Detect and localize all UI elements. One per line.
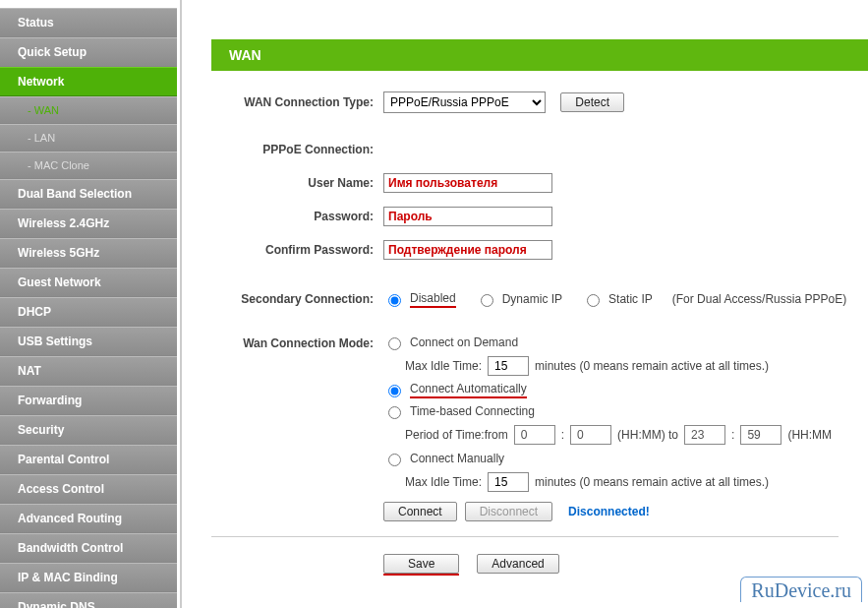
text-idle-unit-2: minutes (0 means remain active at all ti… [535, 475, 769, 489]
radio-mode-manual[interactable] [388, 454, 401, 466]
sidebar-item-dynamic-dns[interactable]: Dynamic DNS [0, 592, 177, 608]
divider [211, 536, 839, 537]
label-period: Period of Time:from [405, 428, 508, 442]
save-button[interactable]: Save [383, 554, 459, 574]
sidebar-item-ip-mac-binding[interactable]: IP & MAC Binding [0, 563, 177, 592]
text-sec-note: (For Dual Access/Russia PPPoE) [672, 292, 846, 306]
confirm-password-input[interactable] [383, 240, 552, 260]
text-mode-auto: Connect Automatically [410, 382, 527, 398]
text-mode-time: Time-based Connecting [410, 404, 535, 418]
sidebar-item-advanced-routing[interactable]: Advanced Routing [0, 504, 177, 533]
radio-mode-time[interactable] [388, 406, 401, 419]
label-confirm-password: Confirm Password: [211, 243, 383, 257]
period-h2-input[interactable] [684, 425, 725, 445]
watermark: RuDevice.ru [740, 577, 862, 602]
radio-sec-dynamic[interactable] [481, 294, 493, 307]
radio-mode-auto[interactable] [388, 385, 401, 397]
connect-button[interactable]: Connect [383, 502, 457, 521]
label-username: User Name: [211, 176, 383, 190]
radio-sec-static[interactable] [587, 294, 600, 307]
label-wan-conn-type: WAN Connection Type: [211, 95, 383, 109]
sidebar-item-mac-clone[interactable]: - MAC Clone [0, 152, 177, 179]
username-input[interactable] [383, 173, 552, 193]
label-secondary-conn: Secondary Connection: [211, 292, 383, 306]
sidebar-item-network[interactable]: Network [0, 67, 177, 96]
sidebar-item-dhcp[interactable]: DHCP [0, 297, 177, 327]
sidebar-item-usb-settings[interactable]: USB Settings [0, 327, 177, 356]
text-sec-dynamic: Dynamic IP [502, 292, 562, 306]
label-max-idle-1: Max Idle Time: [405, 359, 482, 373]
sidebar-item-bandwidth-control[interactable]: Bandwidth Control [0, 533, 177, 563]
label-wan-conn-mode: Wan Connection Mode: [211, 334, 383, 350]
main-panel: WAN WAN Connection Type: PPPoE/Russia PP… [182, 0, 868, 608]
advanced-button[interactable]: Advanced [477, 554, 558, 574]
text-idle-unit-1: minutes (0 means remain active at all ti… [535, 359, 769, 373]
sidebar: StatusQuick SetupNetwork- WAN- LAN- MAC … [0, 0, 177, 608]
label-max-idle-2: Max Idle Time: [405, 475, 482, 489]
text-sec-disabled: Disabled [410, 291, 456, 308]
sidebar-item-guest-network[interactable]: Guest Network [0, 268, 177, 297]
sidebar-item-security[interactable]: Security [0, 415, 177, 445]
sidebar-item-wireless-2-4ghz[interactable]: Wireless 2.4GHz [0, 209, 177, 238]
page-title: WAN [211, 39, 868, 71]
wan-type-select[interactable]: PPPoE/Russia PPPoE [383, 91, 546, 113]
detect-button[interactable]: Detect [560, 92, 624, 112]
sidebar-item-nat[interactable]: NAT [0, 356, 177, 386]
label-password: Password: [211, 210, 383, 223]
idle-time-2-input[interactable] [488, 472, 529, 492]
text-mode-demand: Connect on Demand [410, 335, 518, 349]
label-pppoe-conn: PPPoE Connection: [211, 143, 383, 156]
sidebar-item-lan[interactable]: - LAN [0, 124, 177, 152]
period-m1-input[interactable] [570, 425, 611, 445]
idle-time-1-input[interactable] [488, 356, 529, 376]
disconnect-button[interactable]: Disconnect [465, 502, 552, 521]
sidebar-item-access-control[interactable]: Access Control [0, 474, 177, 504]
sidebar-item-dual-band-selection[interactable]: Dual Band Selection [0, 179, 177, 209]
text-hhmm-2: (HH:MM [787, 428, 832, 442]
period-m2-input[interactable] [740, 425, 781, 445]
connection-status: Disconnected! [560, 505, 650, 518]
sidebar-item-forwarding[interactable]: Forwarding [0, 386, 177, 415]
radio-sec-disabled[interactable] [388, 294, 401, 307]
radio-mode-demand[interactable] [388, 337, 401, 350]
vertical-divider [180, 0, 182, 608]
sidebar-item-wireless-5ghz[interactable]: Wireless 5GHz [0, 238, 177, 268]
sidebar-item-parental-control[interactable]: Parental Control [0, 445, 177, 474]
sidebar-item-wan[interactable]: - WAN [0, 96, 177, 124]
text-hhmm-to: (HH:MM) to [617, 428, 678, 442]
text-sec-static: Static IP [608, 292, 653, 306]
sidebar-item-quick-setup[interactable]: Quick Setup [0, 37, 177, 67]
sidebar-item-status[interactable]: Status [0, 8, 177, 37]
text-mode-manual: Connect Manually [410, 452, 504, 465]
period-h1-input[interactable] [514, 425, 555, 445]
password-input[interactable] [383, 207, 552, 226]
